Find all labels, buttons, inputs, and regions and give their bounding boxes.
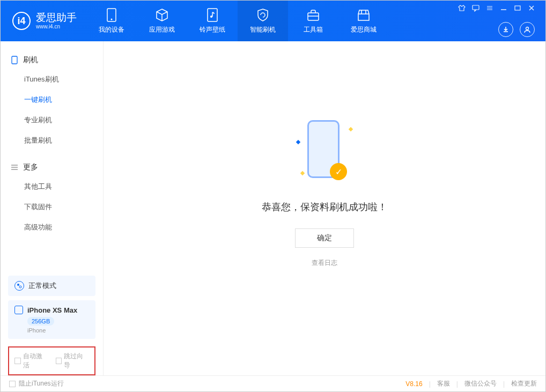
sidebar-item-download-fw[interactable]: 下载固件: [1, 197, 103, 217]
device-info-box[interactable]: iPhone XS Max 256GB iPhone: [8, 300, 95, 339]
device-small-icon: [14, 306, 23, 314]
app-name: 爱思助手: [36, 12, 77, 24]
app-header: i4 爱思助手 www.i4.cn 我的设备 应用游戏 铃声壁纸 智能刷机 工具…: [1, 1, 545, 41]
svg-point-9: [17, 284, 19, 286]
list-icon: [10, 163, 19, 172]
check-badge-icon: ✓: [330, 163, 347, 180]
sidebar-item-oneclick-flash[interactable]: 一键刷机: [1, 90, 103, 110]
close-button[interactable]: [527, 4, 536, 12]
footer-bar: 阻止iTunes运行 V8.16 | 客服 | 微信公众号 | 检查更新: [1, 375, 545, 391]
device-icon: [104, 8, 119, 23]
shield-refresh-icon: [255, 8, 270, 23]
sidebar-section-more: 更多: [1, 158, 103, 176]
device-type-label: iPhone: [27, 327, 89, 334]
user-button[interactable]: [520, 22, 535, 37]
device-storage-badge: 256GB: [27, 317, 54, 326]
svg-rect-4: [308, 13, 319, 20]
svg-point-10: [19, 286, 21, 288]
toolbox-icon: [306, 8, 321, 23]
nav-tab-apps[interactable]: 应用游戏: [137, 1, 187, 41]
device-mode-box[interactable]: 正常模式: [8, 276, 95, 296]
logo-area: i4 爱思助手 www.i4.cn: [1, 1, 86, 41]
checkbox-icon: [14, 358, 21, 364]
window-controls: [453, 1, 540, 16]
svg-point-3: [210, 16, 212, 18]
bottom-options-highlight: 自动激活 跳过向导: [8, 346, 95, 375]
minimize-button[interactable]: [499, 4, 508, 12]
sidebar-item-pro-flash[interactable]: 专业刷机: [1, 110, 103, 130]
checkbox-icon: [56, 358, 62, 364]
music-file-icon: [205, 8, 220, 23]
success-message: 恭喜您，保资料刷机成功啦！: [262, 201, 387, 213]
device-mode-label: 正常模式: [28, 281, 56, 291]
success-illustration: ✓: [287, 117, 362, 187]
download-button[interactable]: [498, 22, 513, 37]
store-icon: [356, 8, 371, 23]
nav-tab-ringtones[interactable]: 铃声壁纸: [187, 1, 238, 41]
sidebar-item-advanced[interactable]: 高级功能: [1, 217, 103, 238]
menu-icon[interactable]: [485, 4, 494, 12]
svg-rect-5: [473, 5, 479, 10]
device-name-label: iPhone XS Max: [27, 306, 77, 314]
view-log-link[interactable]: 查看日志: [312, 258, 337, 268]
version-label: V8.16: [405, 380, 422, 388]
sparkle-icon: [349, 127, 353, 131]
sparkle-icon: [296, 140, 300, 144]
auto-activate-checkbox[interactable]: 自动激活: [14, 352, 48, 370]
feedback-icon[interactable]: [471, 4, 480, 12]
svg-point-1: [111, 19, 113, 20]
sparkle-icon: [300, 171, 305, 175]
body-area: 刷机 iTunes刷机 一键刷机 专业刷机 批量刷机 更多 其他工具 下载固件 …: [1, 41, 545, 375]
cube-icon: [154, 8, 169, 23]
main-content: ✓ 恭喜您，保资料刷机成功啦！ 确定 查看日志: [104, 41, 545, 375]
checkbox-icon: [9, 381, 16, 387]
phone-small-icon: [10, 56, 19, 64]
nav-tab-flash[interactable]: 智能刷机: [238, 1, 288, 41]
skip-guide-checkbox[interactable]: 跳过向导: [56, 352, 90, 370]
svg-rect-8: [12, 56, 17, 64]
header-right: [453, 1, 545, 37]
sidebar-section-flash: 刷机: [1, 51, 103, 69]
logo-icon: i4: [12, 12, 31, 30]
svg-rect-6: [515, 6, 520, 10]
mode-icon: [14, 281, 24, 291]
maximize-button[interactable]: [513, 4, 522, 12]
header-actions: [498, 18, 540, 37]
wechat-link[interactable]: 微信公众号: [464, 379, 497, 388]
support-link[interactable]: 客服: [437, 379, 450, 388]
sidebar-item-other-tools[interactable]: 其他工具: [1, 176, 103, 197]
app-url: www.i4.cn: [36, 24, 77, 29]
ok-button[interactable]: 确定: [295, 228, 354, 248]
svg-point-7: [526, 27, 529, 30]
sidebar-item-itunes-flash[interactable]: iTunes刷机: [1, 69, 103, 90]
nav-tabs: 我的设备 应用游戏 铃声壁纸 智能刷机 工具箱 爱思商城: [86, 1, 389, 41]
block-itunes-checkbox[interactable]: 阻止iTunes运行: [9, 379, 64, 388]
shirt-icon[interactable]: [458, 4, 466, 12]
nav-tab-store[interactable]: 爱思商城: [338, 1, 389, 41]
nav-tab-toolbox[interactable]: 工具箱: [288, 1, 338, 41]
nav-tab-device[interactable]: 我的设备: [86, 1, 137, 41]
sidebar-item-batch-flash[interactable]: 批量刷机: [1, 130, 103, 151]
check-update-link[interactable]: 检查更新: [511, 379, 537, 388]
sidebar: 刷机 iTunes刷机 一键刷机 专业刷机 批量刷机 更多 其他工具 下载固件 …: [1, 41, 104, 375]
